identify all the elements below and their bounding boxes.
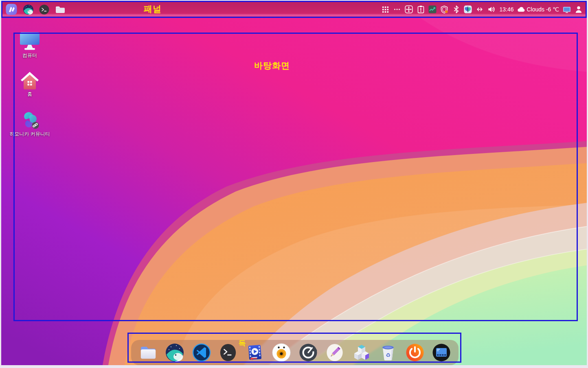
terminal-icon (219, 343, 237, 362)
display-icon[interactable] (563, 5, 571, 13)
input-method-icon[interactable] (464, 5, 472, 13)
desktop-icon-home[interactable]: 홈 (20, 71, 40, 97)
volume-icon[interactable] (487, 5, 496, 13)
desktop-icon-label: 컴퓨터 (22, 53, 37, 59)
computer-icon (19, 32, 41, 51)
desktop-icon-label: 홈 (27, 92, 32, 97)
dock-item-power[interactable] (405, 343, 425, 362)
dock-item-video-player[interactable] (245, 343, 265, 362)
media-player-owl-icon (272, 343, 291, 362)
tray-overflow-icon[interactable] (393, 5, 401, 13)
bluetooth-icon[interactable] (452, 5, 460, 13)
files-icon (139, 343, 158, 362)
dock-item-terminal[interactable] (218, 343, 238, 362)
cubes-icon (352, 343, 371, 362)
dock-item-system-monitor[interactable] (298, 343, 318, 362)
security-shield-icon[interactable] (440, 5, 448, 13)
hamonikr-community-icon (19, 109, 41, 130)
home-icon (20, 71, 40, 90)
video-player-icon (245, 343, 265, 362)
app-grid-icon[interactable] (381, 5, 389, 13)
cloud-icon (517, 5, 525, 13)
hamonikr-menu-icon[interactable] (5, 3, 18, 15)
gauge-icon (298, 343, 318, 362)
move-tool-icon[interactable] (405, 5, 413, 13)
weather-text: Clouds -6 ℃ (527, 6, 559, 13)
trash-icon: ♻ (379, 343, 397, 362)
clipboard-icon[interactable] (417, 5, 425, 13)
files-icon[interactable] (55, 4, 65, 15)
display-settings-icon (432, 343, 451, 362)
desktop-wallpaper (1, 1, 587, 365)
system-tray: 13:46 Clouds -6 ℃ (381, 2, 583, 17)
dock: ♻ (131, 340, 459, 365)
wallpaper-art (1, 1, 587, 365)
dock-item-media-player[interactable] (272, 343, 291, 362)
weather-widget[interactable]: Clouds -6 ℃ (517, 5, 559, 13)
dock-item-text-editor[interactable] (325, 343, 344, 362)
user-icon[interactable] (575, 5, 583, 13)
dock-item-trash[interactable]: ♻ (378, 343, 398, 362)
terminal-icon[interactable] (39, 4, 49, 15)
clock[interactable]: 13:46 (499, 6, 513, 13)
dock-item-whale-browser[interactable] (165, 343, 184, 362)
whale-browser-icon[interactable] (23, 4, 34, 15)
screenshot-root: { "annotations": { "panel_label": "패널", … (0, 0, 588, 368)
desktop-icon-label: 하모니카 커뮤니티 (9, 131, 50, 137)
dock-item-files[interactable] (138, 343, 158, 362)
panel-launchers (5, 2, 65, 17)
desktop-icon-community-link[interactable]: 하모니카 커뮤니티 (3, 109, 56, 137)
svg-text:♻: ♻ (386, 352, 391, 358)
desktop-icon-computer[interactable]: 컴퓨터 (19, 32, 41, 59)
dock-item-vscode[interactable] (192, 343, 211, 362)
power-icon (405, 343, 425, 362)
dock-item-display-settings[interactable] (432, 343, 451, 362)
top-panel: 13:46 Clouds -6 ℃ (1, 1, 587, 18)
pencil-icon (325, 343, 344, 362)
dock-item-package-manager[interactable] (352, 343, 371, 362)
network-arrows-icon[interactable] (476, 5, 484, 13)
stock-chart-icon[interactable] (428, 5, 437, 13)
whale-browser-icon (165, 343, 184, 362)
vscode-icon (192, 343, 211, 362)
